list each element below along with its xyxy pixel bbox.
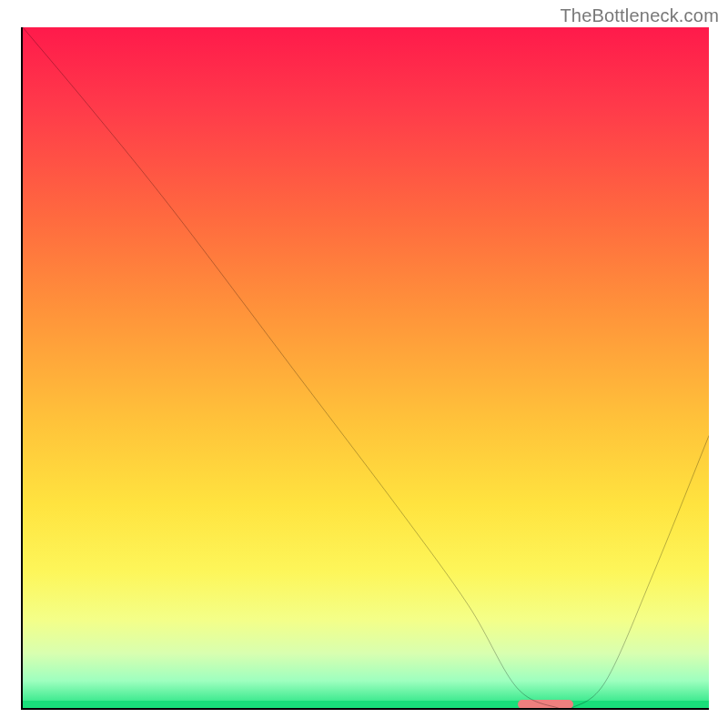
watermark-text: TheBottleneck.com <box>560 5 719 26</box>
bottleneck-curve <box>23 27 709 708</box>
plot-area <box>21 27 709 710</box>
chart-root: TheBottleneck.com <box>0 0 728 728</box>
